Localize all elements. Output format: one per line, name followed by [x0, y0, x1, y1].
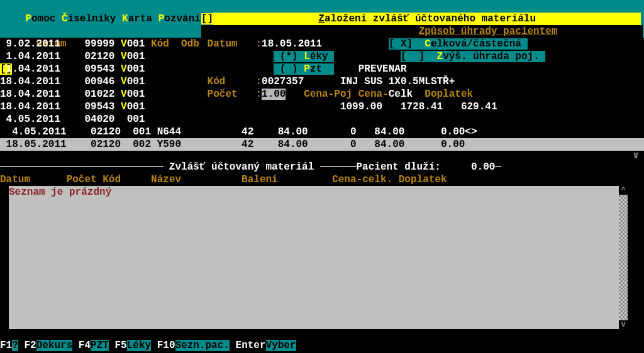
scrollbar[interactable] — [619, 186, 628, 329]
empty-message: Seznam je prázdný — [9, 186, 628, 198]
enter-button[interactable]: Vyber — [266, 340, 296, 351]
table-row[interactable]: 18.04.2011 00946 V001 — [0, 75, 145, 88]
dialog-title: Založení zvlášť účtovaného materiálu — [213, 13, 641, 25]
opt-zvys[interactable]: [ ] Zvýš. úhrada poj. — [401, 51, 545, 62]
inj-value: INJ SUS 1X0.5MLSTŘ+ — [340, 76, 455, 87]
hdr-odb: Odb — [181, 38, 199, 50]
opt-celkova[interactable]: [ X] Celková/částečná — [389, 38, 528, 50]
f10-button[interactable]: Sezn.pac. — [175, 340, 230, 351]
hdr-kod: Kód — [151, 38, 169, 50]
opt-pzt[interactable]: ( ) Pzt — [274, 63, 334, 75]
material-dialog: []Založení zvlášť účtovaného materiálu Z… — [201, 13, 643, 113]
cena-celk-val: 1728.41 — [401, 101, 443, 112]
table-row[interactable]: 9.02.2011 99999 V001 — [0, 38, 145, 50]
list-header: Datum Počet Kód Název Balení Cena-celk. … — [0, 173, 644, 186]
pocet-input[interactable]: 1.00 — [262, 89, 286, 100]
f1-button[interactable]: ? — [12, 340, 18, 351]
f5-button[interactable]: Léky — [127, 340, 151, 351]
zpusob-label: Způsob úhrady pacientem — [419, 26, 558, 37]
scroll-down-icon[interactable]: v — [619, 320, 628, 329]
table-row-selected[interactable]: 18.05.2011 02120 002 Y590 42 84.00 0 84.… — [0, 138, 644, 151]
doplatek-val: 629.41 — [461, 101, 497, 112]
table-row[interactable]: 18.04.2011 01022 V001 — [0, 88, 145, 100]
table-row[interactable]: 18.04.2011 09543 V001 — [0, 100, 145, 113]
scroll-up-icon[interactable]: ^ — [619, 186, 628, 195]
table-row[interactable]: 1.04.2011 09543 V001 — [0, 63, 145, 75]
f2-button[interactable]: Dekurs — [36, 340, 73, 351]
divider: ─────────────────────────── Zvlášť účtov… — [0, 161, 644, 173]
opt-leky[interactable]: (*) Léky — [274, 51, 334, 62]
f4-button[interactable]: PZT — [91, 340, 109, 351]
table-row[interactable]: 1.04.2011 02120 V001 — [0, 50, 145, 63]
prevenar: PREVENAR — [358, 63, 407, 75]
cena-poj-val: 1099.00 — [340, 101, 382, 112]
table-row[interactable]: 4.05.2011 02120 001 N644 42 84.00 0 84.0… — [0, 126, 644, 138]
list-area: Seznam je prázdný ^ v — [9, 186, 628, 329]
datum-value[interactable]: 18.05.2011 — [262, 38, 322, 50]
table-row[interactable]: 4.05.2011 04020 001 — [0, 113, 145, 126]
kod-value[interactable]: 0027357 — [262, 76, 304, 87]
function-keys: F1? F2Dekurs F4PZT F5Léky F10Sezn.pac. E… — [0, 339, 296, 352]
chevron-down-icon[interactable]: ∨ — [633, 149, 639, 162]
